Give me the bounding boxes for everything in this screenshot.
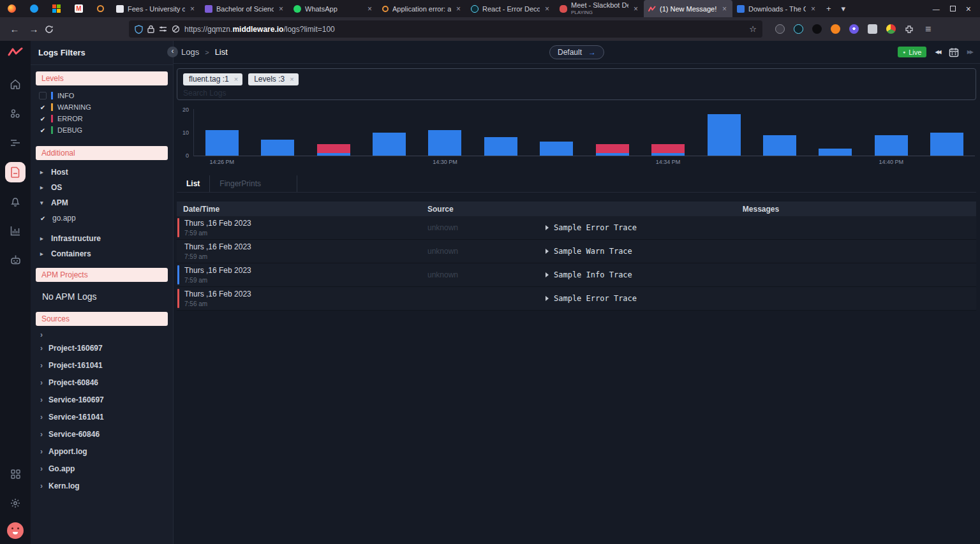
- expand-triangle-icon[interactable]: [546, 225, 549, 230]
- user-avatar[interactable]: [7, 522, 24, 539]
- lock-icon[interactable]: [147, 25, 154, 33]
- traces-icon[interactable]: [5, 133, 26, 153]
- reload-button[interactable]: [45, 25, 61, 34]
- checkbox-unchecked[interactable]: [39, 92, 47, 99]
- tab-bachelor[interactable]: Bachelor of Science ×: [200, 0, 289, 17]
- twitter-pinned-tab[interactable]: [30, 4, 38, 13]
- permissions-icon[interactable]: [159, 26, 167, 33]
- minimize-button[interactable]: —: [933, 5, 940, 13]
- dashboards-chart-icon[interactable]: [5, 221, 26, 241]
- expand-triangle-icon[interactable]: [546, 296, 549, 301]
- filter-tag-fluent[interactable]: fluent.tag :1 ×: [183, 73, 242, 85]
- new-tab-button[interactable]: +: [821, 4, 836, 13]
- chart-bar[interactable]: [696, 109, 752, 156]
- filter-os[interactable]: ▸ OS: [31, 180, 173, 195]
- chart-bar[interactable]: [919, 109, 974, 156]
- tab-react-error[interactable]: React - Error Decod ×: [466, 0, 555, 17]
- tab-downloads[interactable]: Downloads - The G ×: [732, 0, 821, 17]
- filter-containers[interactable]: ▸ Containers: [31, 246, 173, 261]
- pocket-icon[interactable]: [775, 24, 785, 34]
- filter-host[interactable]: ▸ Host: [31, 165, 173, 180]
- checkbox-checked[interactable]: ✔: [39, 126, 47, 134]
- message-cell[interactable]: Sample Error Trace: [546, 223, 976, 232]
- live-badge[interactable]: ● Live: [898, 47, 926, 57]
- default-view-button[interactable]: Default →: [549, 45, 604, 59]
- tab-whatsapp[interactable]: WhatsApp ×: [289, 0, 378, 17]
- chart-bar[interactable]: [361, 109, 417, 156]
- close-icon[interactable]: ×: [544, 4, 551, 13]
- breadcrumb-logs[interactable]: Logs: [181, 47, 199, 57]
- restore-button[interactable]: [950, 6, 956, 11]
- fast-forward-button[interactable]: ▶▶: [967, 49, 972, 55]
- chart-bar[interactable]: 14:34 PM: [640, 109, 695, 156]
- firefox-icon[interactable]: [8, 4, 16, 13]
- chart-bar[interactable]: [584, 109, 640, 156]
- level-filter-error[interactable]: ✔ ERROR: [31, 113, 173, 124]
- table-row[interactable]: Thurs ,16 Feb 20237:59 am unknown Sample…: [177, 240, 976, 263]
- remove-tag-icon[interactable]: ×: [290, 75, 293, 83]
- tracking-protection-icon[interactable]: [135, 25, 143, 34]
- tab-fingerprints[interactable]: FingerPrints: [210, 175, 297, 192]
- home-icon[interactable]: [5, 74, 26, 94]
- close-icon[interactable]: ×: [455, 4, 462, 13]
- close-icon[interactable]: ×: [278, 4, 285, 13]
- bookmark-star-icon[interactable]: ☆: [749, 24, 757, 34]
- autoplay-blocked-icon[interactable]: [172, 25, 180, 33]
- level-filter-debug[interactable]: ✔ DEBUG: [31, 124, 173, 136]
- tab-application-error[interactable]: Application error: a ×: [378, 0, 466, 17]
- source-go-app[interactable]: ›Go.app: [31, 460, 173, 478]
- remove-tag-icon[interactable]: ×: [234, 75, 238, 83]
- close-icon[interactable]: ×: [810, 4, 817, 13]
- chart-bar[interactable]: [808, 109, 863, 156]
- chart-bar[interactable]: [473, 109, 528, 156]
- message-cell[interactable]: Sample Error Trace: [546, 294, 976, 303]
- checkbox-checked[interactable]: ✔: [39, 103, 47, 111]
- metamask-icon[interactable]: [831, 24, 840, 34]
- settings-gear-icon[interactable]: [5, 493, 26, 513]
- chart-bar[interactable]: 14:26 PM: [194, 109, 249, 156]
- apps-grid-icon[interactable]: [5, 464, 26, 484]
- chart-bar[interactable]: [249, 109, 305, 156]
- forward-button[interactable]: →: [26, 24, 42, 34]
- menu-icon[interactable]: ≡: [925, 24, 931, 35]
- bot-icon[interactable]: [5, 250, 26, 270]
- table-row[interactable]: Thurs ,16 Feb 20237:59 am unknown Sample…: [177, 263, 976, 287]
- chart-bar[interactable]: [306, 109, 361, 156]
- url-text[interactable]: https://gqmzn.middleware.io/logs?limit=1…: [184, 25, 745, 34]
- tab-new-message-active[interactable]: (1) New Message! ×: [644, 0, 732, 17]
- calendar-icon[interactable]: [949, 47, 959, 57]
- source-service-161041[interactable]: ›Service-161041: [31, 409, 173, 426]
- rewind-button[interactable]: ◀◀: [935, 49, 940, 55]
- alerts-bell-icon[interactable]: [5, 191, 26, 212]
- level-filter-info[interactable]: INFO: [31, 90, 173, 101]
- level-filter-warning[interactable]: ✔ WARNING: [31, 101, 173, 113]
- translate-extension-icon[interactable]: [868, 24, 877, 34]
- filter-apm[interactable]: ▾ APM: [31, 195, 173, 210]
- tab-list[interactable]: List: [177, 175, 210, 192]
- source-service-60846[interactable]: ›Service-60846: [31, 426, 173, 443]
- table-row[interactable]: Thurs ,16 Feb 20237:56 am Sample Error T…: [177, 287, 976, 311]
- checkbox-checked[interactable]: ✔: [39, 115, 47, 122]
- addons-puzzle-icon[interactable]: [905, 25, 914, 34]
- chart-bar[interactable]: 14:40 PM: [863, 109, 919, 156]
- source-project-161041[interactable]: ›Project-161041: [31, 357, 173, 374]
- gmail-pinned-tab[interactable]: M: [75, 4, 83, 13]
- source-project-60846[interactable]: ›Project-60846: [31, 374, 173, 392]
- purple-extension-icon[interactable]: [849, 24, 859, 34]
- close-window-button[interactable]: ×: [966, 4, 971, 14]
- filter-tag-levels[interactable]: Levels :3 ×: [248, 73, 298, 85]
- expand-triangle-icon[interactable]: [546, 249, 549, 254]
- source-project-160697[interactable]: ›Project-160697: [31, 340, 173, 357]
- source-expander[interactable]: ›: [31, 330, 173, 340]
- dark-extension-icon[interactable]: [812, 24, 822, 34]
- colorpicker-extension-icon[interactable]: [886, 24, 896, 34]
- message-cell[interactable]: Sample Info Trace: [546, 270, 976, 279]
- tab-list-dropdown[interactable]: ▾: [836, 4, 851, 13]
- chart-bar[interactable]: [529, 109, 584, 156]
- close-icon[interactable]: ×: [366, 4, 373, 13]
- url-bar[interactable]: https://gqmzn.middleware.io/logs?limit=1…: [129, 20, 762, 38]
- infrastructure-icon[interactable]: [5, 103, 26, 124]
- chart-bar[interactable]: 14:30 PM: [417, 109, 473, 156]
- source-service-160697[interactable]: ›Service-160697: [31, 392, 173, 409]
- tab-fees[interactable]: Fees - University of ×: [112, 0, 200, 17]
